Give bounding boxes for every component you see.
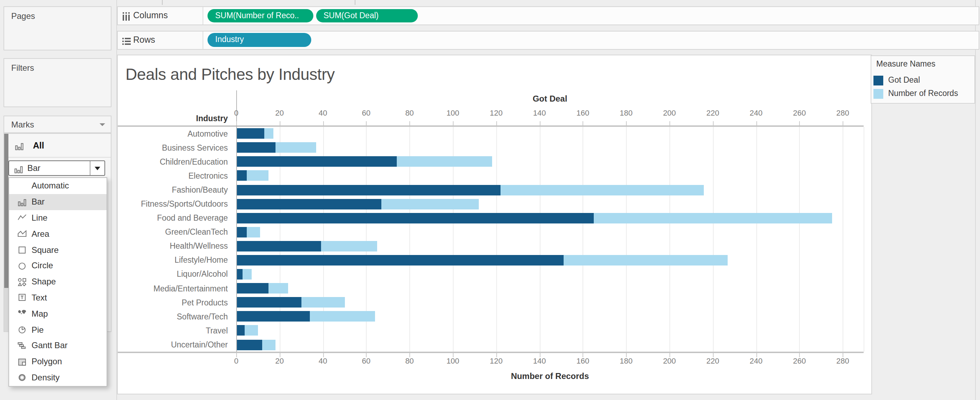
tick-mark-260: [800, 121, 800, 125]
mark-type-option-map[interactable]: Map: [9, 306, 107, 322]
mark-type-option-text[interactable]: Text: [9, 290, 107, 306]
gridline-160: [583, 127, 584, 352]
marks-header-card[interactable]: Marks: [3, 115, 111, 133]
bar-got-deal[interactable]: [236, 269, 243, 279]
bar-got-deal[interactable]: [236, 311, 310, 322]
tick-mark-60: [366, 121, 367, 125]
row-label-media-entertainment[interactable]: Media/Entertainment: [118, 281, 232, 295]
tick-mark-20: [280, 121, 280, 125]
row-label-business-services[interactable]: Business Services: [118, 140, 232, 154]
bar-got-deal[interactable]: [236, 157, 396, 167]
gantt-icon: [16, 341, 27, 350]
mark-type-option-pie[interactable]: Pie: [9, 322, 107, 338]
text-icon: [16, 293, 27, 302]
tick-mark-160: [583, 121, 584, 125]
bar-got-deal[interactable]: [236, 128, 264, 139]
marks-card-all[interactable]: All: [8, 135, 110, 157]
bar-got-deal[interactable]: [236, 171, 247, 181]
row-label-liquor-alcohol[interactable]: Liquor/Alcohol: [118, 267, 232, 281]
mark-type-option-shape[interactable]: Shape: [9, 274, 107, 290]
bar-got-deal[interactable]: [236, 325, 245, 336]
bar-got-deal[interactable]: [236, 255, 563, 265]
mark-type-option-label: Density: [32, 373, 60, 383]
row-label-lifestyle-home[interactable]: Lifestyle/Home: [118, 253, 232, 267]
tick-mark-200: [670, 353, 670, 357]
bottom-axis-title: Number of Records: [236, 371, 864, 381]
bar-got-deal[interactable]: [236, 143, 275, 153]
tick-label-0: 0: [221, 109, 252, 117]
bar-got-deal[interactable]: [236, 227, 247, 238]
legend-item-number-of-records[interactable]: Number of Records: [871, 87, 974, 101]
tick-label-200: 200: [654, 109, 685, 117]
tick-label-280: 280: [827, 109, 858, 117]
mark-type-option-bar[interactable]: Bar: [9, 194, 107, 210]
row-label-food-and-beverage[interactable]: Food and Beverage: [118, 211, 232, 225]
mark-type-option-automatic[interactable]: Automatic: [9, 178, 107, 194]
pill-sum-got-deal-[interactable]: SUM(Got Deal): [316, 9, 417, 23]
chevron-down-icon[interactable]: [99, 123, 105, 126]
mark-type-option-label: Circle: [32, 261, 53, 271]
legend-item-got-deal[interactable]: Got Deal: [871, 74, 974, 87]
columns-icon: [122, 11, 130, 24]
tick-label-180: 180: [611, 109, 641, 117]
row-label-travel[interactable]: Travel: [118, 324, 232, 338]
row-label-software-tech[interactable]: Software/Tech: [118, 309, 232, 323]
tick-label-40: 40: [307, 109, 338, 117]
row-label-health-wellness[interactable]: Health/Wellness: [118, 239, 232, 253]
pill-industry[interactable]: Industry: [207, 33, 311, 47]
tick-label-120: 120: [481, 109, 512, 117]
row-label-uncertain-other[interactable]: Uncertain/Other: [118, 338, 232, 352]
tick-label-120: 120: [481, 356, 512, 365]
mark-type-option-circle[interactable]: Circle: [9, 258, 107, 274]
bar-got-deal[interactable]: [236, 184, 501, 195]
bar-got-deal[interactable]: [236, 213, 594, 223]
row-label-fitness-sports-outdoors[interactable]: Fitness/Sports/Outdoors: [118, 197, 232, 211]
row-label-children-education[interactable]: Children/Education: [118, 155, 232, 169]
row-label-pet-products[interactable]: Pet Products: [118, 295, 232, 309]
pages-card: Pages: [3, 6, 111, 51]
row-label-column: AutomotiveBusiness ServicesChildren/Educ…: [118, 127, 232, 352]
tick-mark-120: [496, 121, 497, 125]
bar-got-deal[interactable]: [236, 198, 381, 209]
mark-type-option-square[interactable]: Square: [9, 242, 107, 258]
gridline-220: [713, 127, 714, 352]
marks-scrollbar-thumb[interactable]: [4, 133, 8, 287]
map-icon: [16, 309, 27, 318]
mark-type-option-density[interactable]: Density: [9, 370, 107, 386]
mark-type-dropdown[interactable]: Bar: [8, 160, 105, 176]
mark-type-option-area[interactable]: Area: [9, 226, 107, 242]
mark-type-option-gantt-bar[interactable]: Gantt Bar: [9, 338, 107, 354]
row-label-fashion-beauty[interactable]: Fashion/Beauty: [118, 183, 232, 197]
bar-got-deal[interactable]: [236, 241, 321, 251]
tick-mark-100: [453, 121, 453, 125]
row-label-electronics[interactable]: Electronics: [118, 169, 232, 183]
marks-label: Marks: [4, 116, 110, 129]
mark-type-selected-label: Bar: [27, 163, 40, 173]
tick-mark-40: [323, 121, 323, 125]
gridline-200: [670, 127, 670, 352]
mark-type-option-line[interactable]: Line: [9, 210, 107, 226]
dropdown-caret-zone[interactable]: [90, 161, 105, 175]
bar-got-deal[interactable]: [236, 297, 301, 308]
mark-type-option-label: Shape: [32, 277, 56, 287]
columns-pill-zone[interactable]: SUM(Number of Reco..SUM(Got Deal): [203, 7, 978, 24]
tick-mark-60: [366, 353, 367, 357]
tick-mark-140: [539, 121, 540, 125]
legend-swatch: [873, 89, 883, 99]
tick-label-60: 60: [351, 109, 382, 117]
row-label-green-cleantech[interactable]: Green/CleanTech: [118, 225, 232, 239]
tick-label-160: 160: [568, 109, 598, 117]
tick-mark-0: [236, 353, 237, 357]
tick-label-140: 140: [524, 356, 555, 365]
marks-scrollbar-track[interactable]: [4, 133, 8, 331]
rows-pill-zone[interactable]: Industry: [203, 31, 978, 49]
bar-got-deal[interactable]: [236, 340, 262, 350]
bar-got-deal[interactable]: [236, 283, 269, 294]
tick-label-220: 220: [697, 109, 728, 117]
gridline-140: [539, 127, 540, 352]
row-label-automotive[interactable]: Automotive: [118, 127, 232, 140]
tick-mark-0: [236, 121, 237, 125]
caret-down-icon: [95, 167, 100, 170]
pill-sum-number-of-reco-[interactable]: SUM(Number of Reco..: [207, 9, 313, 23]
mark-type-option-polygon[interactable]: Polygon: [9, 354, 107, 370]
